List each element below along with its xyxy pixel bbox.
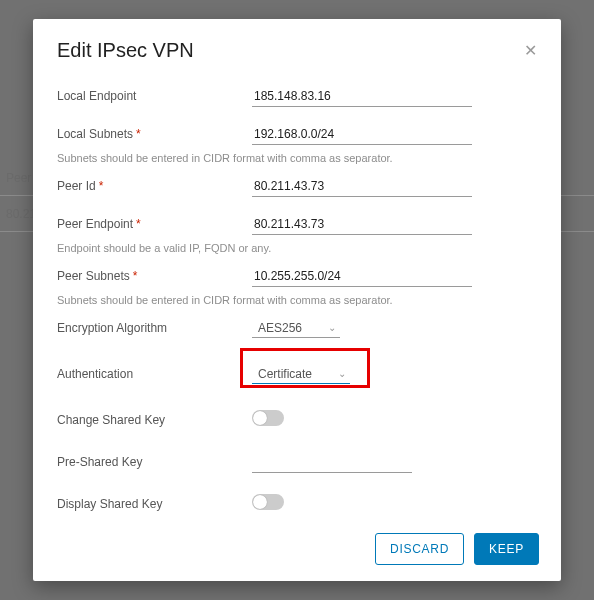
modal-title: Edit IPsec VPN: [57, 39, 194, 62]
row-authentication: Authentication Certificate ⌄: [57, 362, 537, 386]
input-local-endpoint[interactable]: [252, 86, 472, 107]
label-peer-endpoint: Peer Endpoint*: [57, 217, 252, 231]
label-display-shared-key: Display Shared Key: [57, 497, 252, 511]
label-change-shared-key: Change Shared Key: [57, 413, 252, 427]
label-local-endpoint: Local Endpoint: [57, 89, 252, 103]
toggle-display-shared-key[interactable]: [252, 494, 284, 510]
row-pre-shared-key: Pre-Shared Key: [57, 450, 537, 474]
chevron-down-icon: ⌄: [338, 368, 346, 379]
label-peer-id: Peer Id*: [57, 179, 252, 193]
row-local-endpoint: Local Endpoint: [57, 84, 537, 108]
input-peer-endpoint[interactable]: [252, 214, 472, 235]
select-authentication-value: Certificate: [258, 367, 312, 381]
input-peer-id[interactable]: [252, 176, 472, 197]
modal-header: Edit IPsec VPN ✕: [33, 19, 561, 74]
label-local-subnets: Local Subnets*: [57, 127, 252, 141]
row-peer-subnets: Peer Subnets*: [57, 264, 537, 288]
toggle-change-shared-key[interactable]: [252, 410, 284, 426]
label-encryption: Encryption Algorithm: [57, 321, 252, 335]
keep-button[interactable]: KEEP: [474, 533, 539, 565]
row-peer-id: Peer Id*: [57, 174, 537, 198]
chevron-down-icon: ⌄: [328, 322, 336, 333]
select-encryption-value: AES256: [258, 321, 302, 335]
row-display-shared-key: Display Shared Key: [57, 492, 537, 516]
label-peer-subnets: Peer Subnets*: [57, 269, 252, 283]
helper-peer-endpoint: Endpoint should be a valid IP, FQDN or a…: [57, 242, 537, 254]
helper-peer-subnets: Subnets should be entered in CIDR format…: [57, 294, 537, 306]
modal-footer: DISCARD KEEP: [33, 519, 561, 581]
discard-button[interactable]: DISCARD: [375, 533, 464, 565]
input-local-subnets[interactable]: [252, 124, 472, 145]
input-peer-subnets[interactable]: [252, 266, 472, 287]
modal-scroll-area[interactable]: Local Endpoint Local Subnets* Subnets sh…: [33, 74, 561, 519]
input-pre-shared-key[interactable]: [252, 452, 412, 473]
row-change-shared-key: Change Shared Key: [57, 408, 537, 432]
select-encryption[interactable]: AES256 ⌄: [252, 319, 340, 338]
label-authentication: Authentication: [57, 367, 252, 381]
close-icon[interactable]: ✕: [524, 43, 537, 59]
row-peer-endpoint: Peer Endpoint*: [57, 212, 537, 236]
row-local-subnets: Local Subnets*: [57, 122, 537, 146]
modal-body: Local Endpoint Local Subnets* Subnets sh…: [33, 74, 561, 519]
label-pre-shared-key: Pre-Shared Key: [57, 455, 252, 469]
helper-local-subnets: Subnets should be entered in CIDR format…: [57, 152, 537, 164]
row-encryption: Encryption Algorithm AES256 ⌄: [57, 316, 537, 340]
edit-ipsec-vpn-modal: Edit IPsec VPN ✕ Local Endpoint Local Su…: [33, 19, 561, 581]
select-authentication[interactable]: Certificate ⌄: [252, 365, 350, 384]
